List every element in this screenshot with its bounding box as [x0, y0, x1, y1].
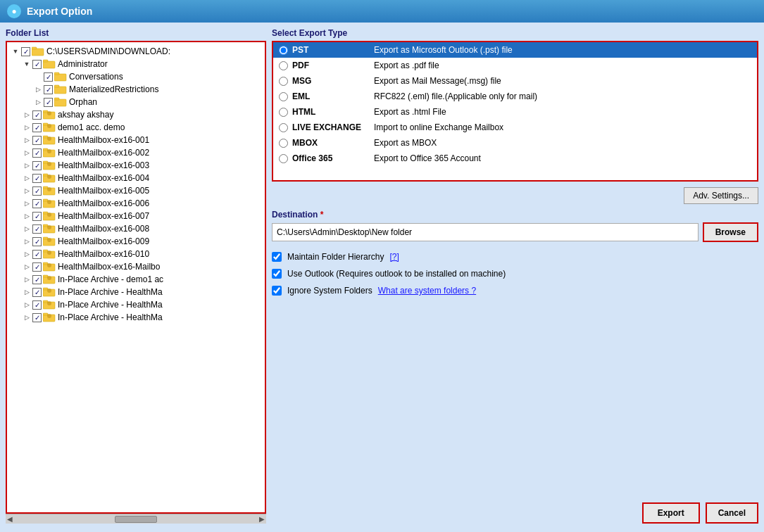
radio-pdf[interactable]: [279, 61, 288, 70]
expand-hm003[interactable]: ▷: [21, 160, 32, 171]
radio-mbox[interactable]: [279, 139, 288, 148]
export-option-eml[interactable]: EML RFC822 (.eml) file.(Applicable only …: [273, 89, 757, 104]
expand-hm010[interactable]: ▷: [21, 248, 32, 260]
tree-item-admin[interactable]: ▼ ✓ Administrator: [21, 58, 262, 70]
tree-item-ipahm1[interactable]: ▷ ✓ In-Place Archive - HealthMa: [21, 286, 262, 298]
adv-settings-button[interactable]: Adv. Settings...: [684, 187, 758, 204]
checkbox-root[interactable]: ✓: [21, 47, 30, 56]
checkbox-ipahm2[interactable]: ✓: [32, 300, 42, 310]
checkbox-akshay[interactable]: ✓: [32, 110, 42, 120]
radio-html[interactable]: [279, 108, 288, 117]
export-option-live[interactable]: LIVE EXCHANGE Import to online Exchange …: [273, 120, 757, 135]
export-option-office365[interactable]: Office 365 Export to Office 365 Account: [273, 151, 757, 166]
tree-item-mat[interactable]: ▷ ✓ MaterializedRestrictions: [32, 83, 262, 96]
expand-root[interactable]: ▼: [10, 46, 21, 57]
expand-ipahm1[interactable]: ▷: [21, 286, 32, 298]
tree-item-ipahm2[interactable]: ▷ ✓ In-Place Archive - HealthMa: [21, 298, 262, 311]
export-option-msg[interactable]: MSG Export as Mail Message(.msg) file: [273, 73, 757, 89]
expand-hm004[interactable]: ▷: [21, 172, 32, 184]
expand-hm009[interactable]: ▷: [21, 236, 32, 247]
expand-admin[interactable]: ▼: [21, 58, 32, 70]
radio-msg[interactable]: [279, 77, 288, 86]
ignore-system-checkbox[interactable]: [272, 286, 282, 296]
expand-hm007[interactable]: ▷: [21, 210, 32, 222]
checkbox-hm001[interactable]: ✓: [32, 136, 42, 145]
expand-demo1[interactable]: ▷: [21, 122, 32, 133]
tree-item-hm010[interactable]: ▷ ✓ HealthMailbox-ex16-010: [21, 248, 262, 260]
checkbox-hm008[interactable]: ✓: [32, 224, 42, 234]
expand-hm005[interactable]: ▷: [21, 185, 32, 196]
checkbox-demo1[interactable]: ✓: [32, 123, 42, 132]
export-option-mbox[interactable]: MBOX Export as MBOX: [273, 135, 757, 151]
checkbox-mat[interactable]: ✓: [44, 85, 53, 94]
destination-input[interactable]: [272, 223, 699, 241]
tree-item-hm009[interactable]: ▷ ✓ HealthMailbox-ex16-009: [21, 235, 262, 248]
radio-eml[interactable]: [279, 92, 288, 101]
expand-hm001[interactable]: ▷: [21, 134, 32, 146]
checkbox-hm010[interactable]: ✓: [32, 250, 42, 259]
cancel-button[interactable]: Cancel: [706, 502, 758, 524]
expand-mat[interactable]: ▷: [32, 84, 44, 95]
checkbox-hm007[interactable]: ✓: [32, 212, 42, 221]
tree-item-ipad1[interactable]: ▷ ✓ In-Place Archive - demo1 ac: [21, 273, 262, 286]
folder-icon-hmmailbo: [43, 262, 56, 272]
use-outlook-checkbox[interactable]: [272, 269, 282, 279]
maintain-hierarchy-checkbox[interactable]: [272, 252, 282, 262]
checkbox-orphan[interactable]: ✓: [44, 98, 53, 107]
svg-rect-14: [43, 123, 48, 125]
tree-item-hm001[interactable]: ▷ ✓ HealthMailbox-ex16-001: [21, 134, 262, 146]
checkbox-hm006[interactable]: ✓: [32, 199, 42, 208]
radio-pst[interactable]: [279, 46, 288, 55]
checkbox-conv[interactable]: ✓: [44, 72, 53, 82]
tree-item-hmmailbo[interactable]: ▷ ✓ HealthMailbox-ex16-Mailbo: [21, 260, 262, 273]
expand-ipahm3[interactable]: ▷: [21, 312, 32, 323]
folder-name-mat: MaterializedRestrictions: [69, 84, 158, 94]
export-type-list[interactable]: PST Export as Microsoft Outlook (.pst) f…: [272, 41, 758, 182]
folder-tree[interactable]: ▼ ✓ C:\USERS\ADMIN\DOWNLOAD: ▼ ✓ Adminis…: [6, 41, 266, 514]
checkbox-hm005[interactable]: ✓: [32, 186, 42, 196]
folder-name-ipahm3: In-Place Archive - HealthMa: [58, 312, 163, 322]
checkbox-hm002[interactable]: ✓: [32, 148, 42, 158]
tree-item-hm002[interactable]: ▷ ✓ HealthMailbox-ex16-002: [21, 146, 262, 159]
checkbox-hm004[interactable]: ✓: [32, 174, 42, 183]
checkbox-hm009[interactable]: ✓: [32, 237, 42, 246]
checkbox-admin[interactable]: ✓: [32, 60, 42, 69]
export-button[interactable]: Export: [642, 502, 700, 524]
folder-name-ipahm2: In-Place Archive - HealthMa: [58, 300, 163, 310]
expand-hmmailbo[interactable]: ▷: [21, 261, 32, 272]
tree-item-orphan[interactable]: ▷ ✓ Orphan: [32, 96, 262, 108]
expand-hm008[interactable]: ▷: [21, 223, 32, 234]
radio-live[interactable]: [279, 123, 288, 132]
tree-item-hm005[interactable]: ▷ ✓ HealthMailbox-ex16-005: [21, 184, 262, 197]
export-option-pst[interactable]: PST Export as Microsoft Outlook (.pst) f…: [273, 42, 757, 58]
tree-item-hm008[interactable]: ▷ ✓ HealthMailbox-ex16-008: [21, 222, 262, 235]
checkbox-ipahm1[interactable]: ✓: [32, 288, 42, 297]
tree-item-conv[interactable]: ▷ ✓ Conversations: [32, 70, 262, 83]
expand-hm002[interactable]: ▷: [21, 147, 32, 158]
checkbox-ipahm3[interactable]: ✓: [32, 313, 42, 322]
checkbox-hm003[interactable]: ✓: [32, 161, 42, 170]
tree-item-hm006[interactable]: ▷ ✓ HealthMailbox-ex16-006: [21, 197, 262, 210]
tree-item-root[interactable]: ▼ ✓ C:\USERS\ADMIN\DOWNLOAD:: [10, 45, 262, 58]
tree-item-hm004[interactable]: ▷ ✓ HealthMailbox-ex16-004: [21, 172, 262, 184]
checkbox-ipad1[interactable]: ✓: [32, 275, 42, 284]
browse-button[interactable]: Browse: [703, 222, 758, 242]
expand-akshay[interactable]: ▷: [21, 109, 32, 120]
tree-item-akshay[interactable]: ▷ ✓ akshay akshay: [21, 108, 262, 121]
expand-ipahm2[interactable]: ▷: [21, 299, 32, 310]
tree-item-hm007[interactable]: ▷ ✓ HealthMailbox-ex16-007: [21, 210, 262, 222]
tree-item-hm003[interactable]: ▷ ✓ HealthMailbox-ex16-003: [21, 159, 262, 172]
tree-item-ipahm3[interactable]: ▷ ✓ In-Place Archive - HealthMa: [21, 311, 262, 324]
maintain-hierarchy-help[interactable]: [?]: [389, 252, 399, 262]
what-system-folders-link[interactable]: What are system folders ?: [378, 286, 476, 296]
tree-item-demo1[interactable]: ▷ ✓ demo1 acc. demo: [21, 121, 262, 134]
expand-hm006[interactable]: ▷: [21, 198, 32, 209]
checkbox-hmmailbo[interactable]: ✓: [32, 262, 42, 272]
folder-tree-hscroll[interactable]: ◀ ▶: [6, 514, 266, 524]
export-option-pdf[interactable]: PDF Export as .pdf file: [273, 58, 757, 73]
export-option-html[interactable]: HTML Export as .html File: [273, 104, 757, 120]
radio-office365[interactable]: [279, 154, 288, 163]
expand-ipad1[interactable]: ▷: [21, 274, 32, 285]
expand-orphan[interactable]: ▷: [32, 96, 44, 108]
svg-rect-20: [43, 148, 48, 151]
